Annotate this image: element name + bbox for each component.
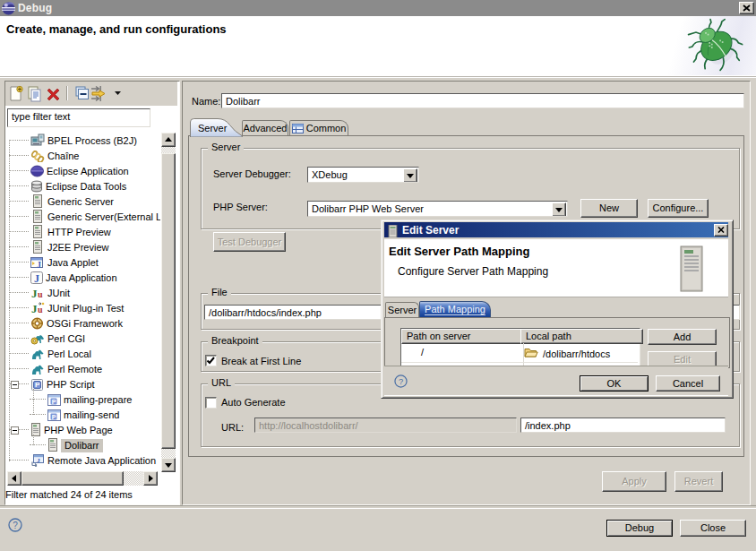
svg-text:u: u: [38, 305, 43, 314]
svg-text:J: J: [34, 272, 39, 285]
svg-text:J: J: [31, 302, 38, 314]
svg-text:J: J: [31, 287, 38, 299]
svg-text:?: ?: [399, 377, 403, 386]
svg-text:J: J: [37, 457, 40, 464]
svg-text:?: ?: [13, 521, 18, 530]
svg-text:P: P: [52, 414, 56, 420]
svg-text:P: P: [35, 381, 40, 389]
svg-text:P: P: [52, 399, 56, 405]
svg-text:J: J: [37, 260, 41, 270]
svg-text:u: u: [38, 289, 43, 299]
